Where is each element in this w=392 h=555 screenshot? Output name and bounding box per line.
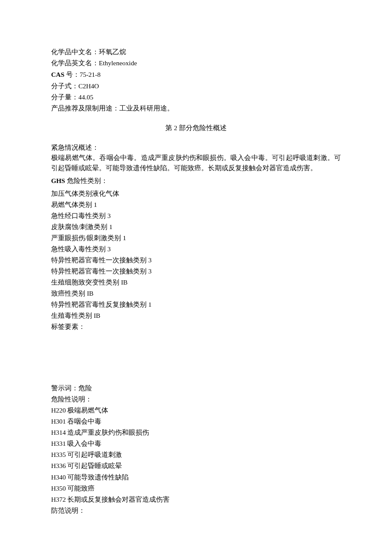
use-value: 工业及科研用途。 (119, 105, 174, 112)
ghs-label-row: GHS 危险性类别： (51, 176, 341, 186)
emergency-text: 极端易燃气体。吞咽会中毒。造成严重皮肤灼伤和眼损伤。吸入会中毒。可引起呼吸道刺激… (51, 153, 341, 173)
h-statement: H220 极端易燃气体 (51, 405, 341, 416)
h-statement: H335 可引起呼吸道刺激 (51, 450, 341, 460)
ghs-cat: 生殖细胞致突变性类别 IB (51, 277, 341, 288)
mw-row: 分子量：44.05 (51, 92, 341, 102)
hcode: H220 (51, 407, 66, 414)
cas-label-cn: 号： (66, 71, 80, 78)
ghs-cat: 急性吸入毒性类别 3 (51, 244, 341, 254)
htext: 极端易燃气体 (67, 407, 108, 414)
ghs-cat: 特异性靶器官毒性反复接触类别 1 (51, 299, 341, 310)
hazard-stmt-label: 危险性说明： (51, 394, 341, 404)
cn-name-row: 化学品中文名：环氧乙烷 (51, 47, 341, 57)
ghs-cat: 特异性靶器官毒性一次接触类别 3 (51, 255, 341, 265)
cn-name-label: 化学品中文名： (51, 48, 99, 55)
ghs-cat: 特异性靶器官毒性一次接触类别 3 (51, 266, 341, 276)
h-statement: H314 造成严重皮肤灼伤和眼损伤 (51, 427, 341, 438)
precaution-label: 防范说明： (51, 506, 341, 516)
h-statement: H340 可能导致遗传性缺陷 (51, 472, 341, 482)
hcode: H336 (51, 462, 66, 469)
hcode: H331 (51, 440, 66, 447)
h-statement: H301 吞咽会中毒 (51, 416, 341, 427)
ghs-cat: 易燃气体类别 1 (51, 200, 341, 210)
hcode: H335 (51, 451, 66, 458)
pictogram-area (51, 333, 341, 383)
formula-row: 分子式：C2H4O (51, 81, 341, 91)
h-statement: H336 可引起昏睡或眩晕 (51, 461, 341, 471)
signal-value: 危险 (78, 384, 92, 392)
cn-name-value: 环氧乙烷 (99, 48, 126, 55)
ghs-cat: 加压气体类别液化气体 (51, 189, 341, 199)
hcode: H301 (51, 418, 66, 425)
htext: 可引起呼吸道刺激 (67, 451, 122, 458)
htext: 吸入会中毒 (67, 440, 101, 447)
en-name-row: 化学品英文名：Ethyleneoxide (51, 58, 341, 68)
hcode: H350 (51, 485, 66, 492)
ghs-cat: 急性经口毒性类别 3 (51, 211, 341, 221)
signal-row: 警示词：危险 (51, 383, 341, 393)
ghs-label-en: GHS (51, 177, 65, 184)
use-row: 产品推荐及限制用途：工业及科研用途。 (51, 103, 341, 113)
use-label: 产品推荐及限制用途： (51, 105, 119, 112)
hcode: H314 (51, 429, 66, 436)
mw-value: 44.05 (78, 93, 93, 101)
mw-label: 分子量： (51, 93, 78, 101)
ghs-label-cn: 危险性类别： (67, 177, 108, 184)
ghs-cat: 致癌性类别 IB (51, 288, 341, 299)
cas-value: 75-21-8 (80, 71, 101, 78)
emergency-label: 紧急情况概述： (51, 142, 341, 153)
section2-heading: 第 2 部分危险性概述 (51, 123, 341, 133)
en-name-value: Ethyleneoxide (99, 59, 137, 67)
label-elements: 标签要素： (51, 322, 341, 332)
cas-row: CAS 号：75-21-8 (51, 70, 341, 80)
h-statement: H372 长期或反复接触会对器官造成伤害 (51, 494, 341, 505)
ghs-cat: 严重眼损伤/眼刺激类别 1 (51, 233, 341, 243)
htext: 可能致癌 (67, 485, 95, 492)
formula-value: C2H4O (78, 82, 99, 90)
htext: 可能导致遗传性缺陷 (67, 474, 129, 481)
hcode: H340 (51, 474, 66, 481)
hcode: H372 (51, 496, 66, 503)
en-name-label: 化学品英文名： (51, 59, 99, 67)
h-statement: H350 可能致癌 (51, 483, 341, 494)
ghs-cat: 生殖毒性类别 IB (51, 311, 341, 321)
htext: 造成严重皮肤灼伤和眼损伤 (67, 429, 149, 436)
h-statement: H331 吸入会中毒 (51, 439, 341, 449)
cas-label-en: CAS (51, 71, 64, 78)
ghs-cat: 皮肤腐蚀/刺激类别 1 (51, 222, 341, 232)
htext: 可引起昏睡或眩晕 (67, 462, 122, 469)
signal-label: 警示词： (51, 384, 78, 392)
htext: 长期或反复接触会对器官造成伤害 (67, 496, 170, 503)
formula-label: 分子式： (51, 82, 78, 90)
htext: 吞咽会中毒 (67, 418, 101, 425)
